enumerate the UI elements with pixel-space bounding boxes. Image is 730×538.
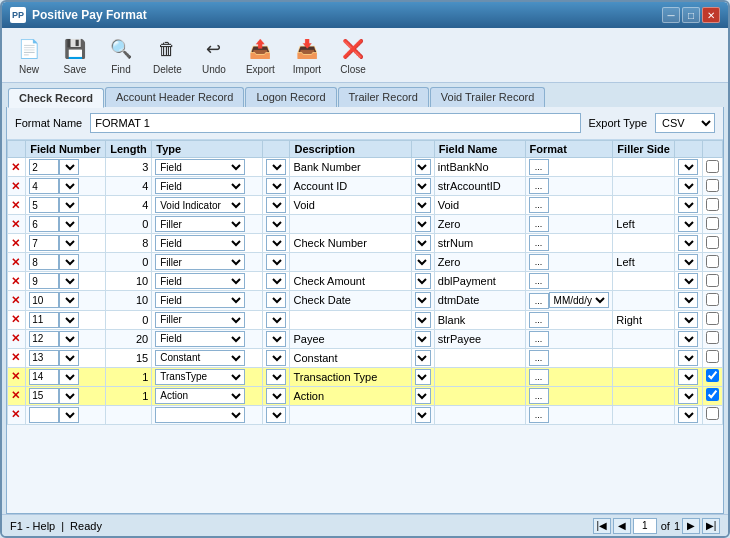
format-dots-button[interactable]: ...	[529, 350, 549, 366]
type-dd[interactable]: ▼	[266, 235, 286, 251]
import-button[interactable]: 📥 Import	[286, 32, 328, 78]
desc-dd[interactable]: ▼	[415, 216, 431, 232]
tab-trailer-record[interactable]: Trailer Record	[338, 87, 429, 107]
field-num-select[interactable]: ▼	[59, 197, 79, 213]
filler-dd[interactable]: ▼	[678, 292, 698, 308]
delete-row-icon[interactable]: ✕	[11, 275, 20, 287]
row-checkbox[interactable]	[706, 388, 719, 401]
field-num-select[interactable]: ▼	[59, 312, 79, 328]
filler-dd[interactable]: ▼	[678, 178, 698, 194]
filler-dd[interactable]: ▼	[678, 350, 698, 366]
desc-dd[interactable]: ▼	[415, 235, 431, 251]
delete-row-icon[interactable]: ✕	[11, 256, 20, 268]
desc-dd[interactable]: ▼	[415, 331, 431, 347]
delete-row-icon[interactable]: ✕	[11, 161, 20, 173]
row-checkbox[interactable]	[706, 331, 719, 344]
type-dd[interactable]: ▼	[266, 312, 286, 328]
field-num-select[interactable]: ▼	[59, 292, 79, 308]
format-dots-button[interactable]: ...	[529, 407, 549, 423]
row-checkbox[interactable]	[706, 198, 719, 211]
filler-dd[interactable]: ▼	[678, 273, 698, 289]
field-num-select[interactable]: ▼	[59, 235, 79, 251]
format-dots-button[interactable]: ...	[529, 254, 549, 270]
field-num-select[interactable]: ▼	[59, 388, 79, 404]
type-select[interactable]	[155, 407, 245, 423]
type-select[interactable]: Filler	[155, 216, 245, 232]
format-dots-button[interactable]: ...	[529, 216, 549, 232]
type-select[interactable]: Field	[155, 235, 245, 251]
desc-dd[interactable]: ▼	[415, 388, 431, 404]
type-select[interactable]: Void Indicator	[155, 197, 245, 213]
delete-row-icon[interactable]: ✕	[11, 408, 20, 420]
format-name-input[interactable]	[90, 113, 580, 133]
delete-row-icon[interactable]: ✕	[11, 294, 20, 306]
row-checkbox[interactable]	[706, 255, 719, 268]
page-input[interactable]	[633, 518, 657, 534]
tab-logon-record[interactable]: Logon Record	[245, 87, 336, 107]
type-select[interactable]: Action	[155, 388, 245, 404]
save-button[interactable]: 💾 Save	[54, 32, 96, 78]
format-dots-button[interactable]: ...	[529, 273, 549, 289]
format-dots-button[interactable]: ...	[529, 388, 549, 404]
type-select[interactable]: Constant	[155, 350, 245, 366]
type-select[interactable]: Field	[155, 292, 245, 308]
field-num-select[interactable]: ▼	[59, 159, 79, 175]
filler-dd[interactable]: ▼	[678, 254, 698, 270]
field-num-select[interactable]: ▼	[59, 216, 79, 232]
type-select[interactable]: Field	[155, 159, 245, 175]
field-num-input[interactable]	[29, 331, 59, 347]
field-num-input[interactable]	[29, 197, 59, 213]
tab-void-trailer-record[interactable]: Void Trailer Record	[430, 87, 546, 107]
field-num-select[interactable]: ▼	[59, 331, 79, 347]
filler-dd[interactable]: ▼	[678, 407, 698, 423]
type-dd[interactable]: ▼	[266, 331, 286, 347]
undo-button[interactable]: ↩ Undo	[193, 32, 235, 78]
delete-row-icon[interactable]: ✕	[11, 370, 20, 382]
filler-dd[interactable]: ▼	[678, 369, 698, 385]
type-dd[interactable]: ▼	[266, 197, 286, 213]
format-dots-button[interactable]: ...	[529, 312, 549, 328]
delete-row-icon[interactable]: ✕	[11, 180, 20, 192]
filler-dd[interactable]: ▼	[678, 331, 698, 347]
tab-account-header-record[interactable]: Account Header Record	[105, 87, 244, 107]
field-num-input[interactable]	[29, 407, 59, 423]
format-dots-button[interactable]: ...	[529, 178, 549, 194]
type-select[interactable]: Filler	[155, 254, 245, 270]
row-checkbox[interactable]	[706, 217, 719, 230]
delete-row-icon[interactable]: ✕	[11, 237, 20, 249]
type-dd[interactable]: ▼	[266, 369, 286, 385]
desc-dd[interactable]: ▼	[415, 350, 431, 366]
field-num-input[interactable]	[29, 178, 59, 194]
close-window-button[interactable]: ✕	[702, 7, 720, 23]
filler-dd[interactable]: ▼	[678, 216, 698, 232]
desc-dd[interactable]: ▼	[415, 159, 431, 175]
type-select[interactable]: TransType	[155, 369, 245, 385]
type-dd[interactable]: ▼	[266, 388, 286, 404]
desc-dd[interactable]: ▼	[415, 178, 431, 194]
maximize-button[interactable]: □	[682, 7, 700, 23]
nav-first-button[interactable]: |◀	[593, 518, 611, 534]
field-num-select[interactable]: ▼	[59, 407, 79, 423]
field-num-select[interactable]: ▼	[59, 254, 79, 270]
field-num-select[interactable]: ▼	[59, 369, 79, 385]
close-button[interactable]: ❌ Close	[332, 32, 374, 78]
filler-dd[interactable]: ▼	[678, 312, 698, 328]
field-num-input[interactable]	[29, 369, 59, 385]
row-checkbox[interactable]	[706, 293, 719, 306]
find-button[interactable]: 🔍 Find	[100, 32, 142, 78]
format-dots-button[interactable]: ...	[529, 235, 549, 251]
field-num-input[interactable]	[29, 388, 59, 404]
desc-dd[interactable]: ▼	[415, 254, 431, 270]
delete-row-icon[interactable]: ✕	[11, 218, 20, 230]
filler-dd[interactable]: ▼	[678, 388, 698, 404]
type-select[interactable]: Field	[155, 331, 245, 347]
type-dd[interactable]: ▼	[266, 216, 286, 232]
nav-last-button[interactable]: ▶|	[702, 518, 720, 534]
field-num-select[interactable]: ▼	[59, 350, 79, 366]
delete-row-icon[interactable]: ✕	[11, 199, 20, 211]
desc-dd[interactable]: ▼	[415, 292, 431, 308]
type-select[interactable]: Field	[155, 273, 245, 289]
type-dd[interactable]: ▼	[266, 273, 286, 289]
row-checkbox[interactable]	[706, 312, 719, 325]
desc-dd[interactable]: ▼	[415, 312, 431, 328]
